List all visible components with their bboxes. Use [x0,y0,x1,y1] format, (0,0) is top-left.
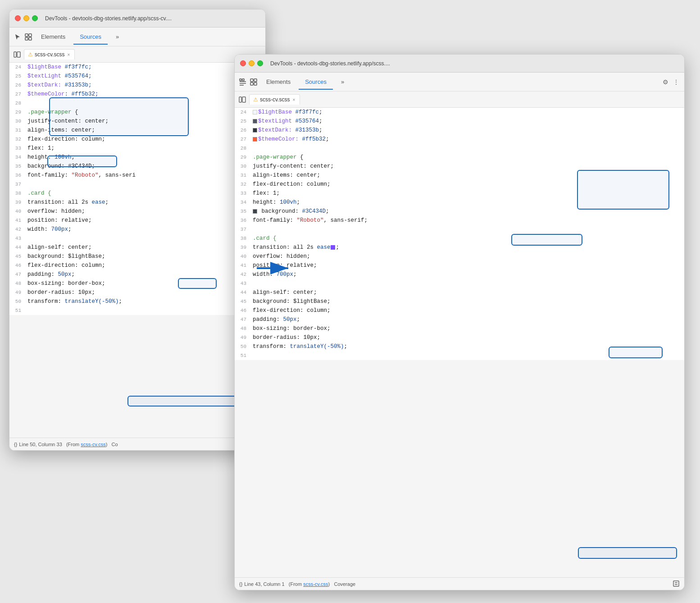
code-line-42: 42 width: 700px; [235,270,684,279]
window-title-left: DevTools - devtools-dbg-stories.netlify.… [45,15,172,22]
tab-more-right[interactable]: » [335,75,350,90]
close-button-right[interactable] [240,60,246,66]
status-bar-right: {} Line 43, Column 1 (From scss-cv.css) … [235,577,684,590]
code-line-44: 44 align-self: center; [235,288,684,297]
line-content-40: overflow: hidden; [26,207,85,216]
line-content-38: .card { [26,189,51,198]
line-content-38: .card { [251,234,277,243]
titlebar-left: DevTools - devtools-dbg-stories.netlify.… [9,9,265,27]
code-line-32: 32 flex-direction: column; [9,135,265,144]
file-tab-name-right: scss-cv.scss [260,96,290,103]
svg-rect-8 [240,79,241,81]
coverage-icon[interactable] [673,580,680,588]
traffic-lights-left [15,15,38,21]
line-number-32: 32 [235,180,251,189]
line-number-45: 45 [235,297,251,306]
line-number-36: 36 [9,171,26,180]
line-content-42: width: 700px; [26,225,72,234]
code-line-28: 28 [235,144,684,153]
code-line-48: 48 box-sizing: border-box; [9,279,265,288]
status-link-right[interactable]: scss-cv.css [303,581,328,587]
status-link-left[interactable]: scss-cv.css [81,442,105,447]
line-number-26: 26 [235,126,251,135]
titlebar-right: DevTools - devtools-dbg-stories.netlify.… [235,55,684,73]
line-content-27: $themeColor: #ff5b32; [251,135,329,144]
line-number-33: 33 [235,189,251,198]
line-content-45: background: $lightBase; [26,252,105,261]
color-swatch-26[interactable] [253,128,257,132]
code-line-37: 37 [9,180,265,189]
line-number-40: 40 [235,252,251,261]
code-line-29: 29.page-wrapper { [9,108,265,117]
braces-icon-left: {} [14,442,17,447]
svg-rect-16 [254,82,257,85]
code-line-30: 30 justify-content: center; [235,162,684,171]
cursor-icon[interactable] [13,32,22,41]
sidebar-toggle-right[interactable] [236,94,248,105]
tab-sources-right[interactable]: Sources [299,75,333,90]
tab-more-left[interactable]: » [109,30,125,45]
line-content-28 [251,144,256,153]
close-tab-right[interactable]: × [291,97,296,103]
maximize-button[interactable] [32,15,38,21]
maximize-button-right[interactable] [257,60,263,66]
code-line-41: 41 position: relative; [9,216,265,225]
file-tab-left[interactable]: ⚠ scss-cv.scss × [24,49,75,59]
svg-rect-18 [242,97,245,102]
color-swatch-24[interactable] [253,110,257,114]
color-swatch-ease[interactable] [331,245,335,250]
line-number-42: 42 [235,270,251,279]
line-number-45: 45 [9,252,26,261]
line-number-37: 37 [9,180,26,189]
code-editor-right[interactable]: 24$lightBase #f3f7fc;25$textLight #53576… [235,108,684,360]
close-button[interactable] [15,15,21,21]
panels-icon[interactable] [24,32,33,41]
svg-rect-2 [25,37,28,40]
line-number-24: 24 [235,108,251,117]
minimize-button-right[interactable] [249,60,255,66]
color-swatch-27[interactable] [253,137,257,142]
code-line-30: 30 justify-content: center; [9,117,265,126]
cursor-icon-right[interactable] [238,78,247,87]
tab-elements-left[interactable]: Elements [35,30,72,45]
line-content-37 [26,180,31,189]
line-content-47: padding: 50px; [251,315,300,324]
line-content-39: transition: all 2s ease; [251,243,339,252]
line-content-36: font-family: "Roboto", sans-serif; [251,216,368,225]
svg-rect-14 [254,79,257,82]
close-tab-left[interactable]: × [66,52,71,58]
status-text-left: Line 50, Column 33 (From scss-cv.css) Co [19,442,118,447]
line-number-37: 37 [235,225,251,234]
line-number-32: 32 [9,135,26,144]
code-line-35: 35 background: #3C434D; [235,207,684,216]
code-editor-left[interactable]: 24$lightBase #f3f7fc;25$textLight #53576… [9,63,265,315]
code-line-40: 40 overflow: hidden; [235,252,684,261]
color-swatch-35[interactable] [253,209,257,214]
file-tab-right[interactable]: ⚠ scss-cv.scss × [249,94,300,105]
minimize-button[interactable] [23,15,29,21]
gear-icon-right[interactable]: ⚙ [661,78,670,87]
warning-icon-right: ⚠ [253,96,258,103]
devtools-window-right: DevTools - devtools-dbg-stories.netlify.… [234,54,685,590]
sidebar-toggle-left[interactable] [11,49,23,60]
line-number-35: 35 [235,207,251,216]
color-swatch-25[interactable] [253,119,257,123]
panels-icon-right[interactable] [249,78,258,87]
code-line-47: 47 padding: 50px; [9,270,265,279]
file-tabbar-left: ⚠ scss-cv.scss × [9,46,265,63]
code-line-28: 28 [9,99,265,108]
line-number-43: 43 [235,279,251,288]
line-number-48: 48 [9,279,26,288]
line-content-36: font-family: "Roboto", sans-seri [26,171,136,180]
code-line-32: 32 flex-direction: column; [235,180,684,189]
line-content-29: .page-wrapper { [251,153,304,162]
line-number-41: 41 [9,216,26,225]
code-line-41: 41 position: relative; [235,261,684,270]
line-number-41: 41 [235,261,251,270]
kebab-icon-right[interactable]: ⋮ [672,78,681,87]
tab-sources-left[interactable]: Sources [73,30,108,45]
tab-elements-right[interactable]: Elements [260,75,297,90]
line-number-48: 48 [235,324,251,333]
code-line-27: 27$themeColor: #ff5b32; [9,90,265,99]
toolbar-right-icons: ⚙ ⋮ [661,78,681,87]
